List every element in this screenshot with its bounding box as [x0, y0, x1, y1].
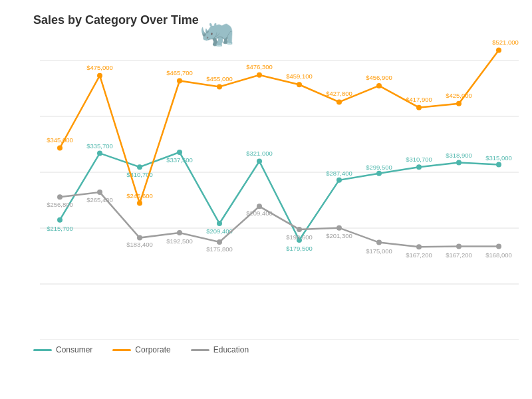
- svg-text:$455,000: $455,000: [206, 75, 233, 82]
- legend-item-consumer: Consumer: [33, 345, 92, 354]
- svg-point-49: [57, 146, 63, 151]
- svg-text:$287,400: $287,400: [326, 170, 352, 177]
- svg-point-33: [376, 171, 382, 176]
- svg-point-74: [97, 190, 102, 195]
- svg-point-73: [57, 194, 63, 200]
- svg-text:$417,900: $417,900: [406, 96, 432, 103]
- svg-point-53: [217, 84, 222, 90]
- svg-point-76: [177, 230, 182, 235]
- svg-point-30: [257, 159, 262, 164]
- svg-point-51: [137, 201, 142, 206]
- svg-point-80: [336, 225, 342, 231]
- svg-point-34: [416, 164, 422, 170]
- svg-point-77: [217, 239, 222, 245]
- corporate-legend-label: Corporate: [135, 345, 170, 354]
- chart-container: Sales by Category Over Time 🦏 $0K $100K …: [0, 0, 532, 399]
- svg-point-52: [177, 78, 182, 84]
- corporate-legend-line: [112, 349, 131, 351]
- svg-text:$315,000: $315,000: [485, 154, 512, 162]
- svg-text:$167,200: $167,200: [446, 251, 472, 259]
- svg-point-60: [496, 47, 501, 53]
- chart-title: Sales by Category Over Time: [33, 13, 519, 27]
- svg-text:$521,000: $521,000: [492, 39, 519, 46]
- svg-text:$175,800: $175,800: [206, 245, 233, 253]
- chart-svg: $0K $100K $200K $300K $400K $500K Jan Fe…: [40, 34, 519, 340]
- svg-point-26: [97, 150, 102, 156]
- svg-point-27: [137, 164, 142, 170]
- svg-point-55: [297, 82, 302, 87]
- consumer-legend-label: Consumer: [56, 345, 92, 354]
- svg-text:$335,700: $335,700: [86, 142, 113, 150]
- svg-text:$183,400: $183,400: [126, 241, 153, 248]
- svg-point-82: [416, 244, 422, 249]
- svg-point-35: [456, 160, 462, 165]
- svg-point-75: [137, 235, 142, 241]
- svg-point-59: [456, 101, 462, 106]
- svg-text:$318,900: $318,900: [446, 152, 472, 159]
- svg-text:$310,700: $310,700: [406, 156, 432, 163]
- svg-text:$337,500: $337,500: [166, 156, 193, 164]
- svg-point-81: [376, 240, 382, 245]
- svg-text:$475,000: $475,000: [86, 64, 113, 71]
- svg-point-79: [297, 227, 302, 232]
- svg-text:$465,700: $465,700: [166, 69, 193, 76]
- svg-point-25: [57, 217, 63, 223]
- svg-text:$201,300: $201,300: [326, 232, 352, 239]
- svg-text:$425,000: $425,000: [446, 92, 472, 99]
- svg-text:$256,800: $256,800: [47, 201, 73, 208]
- svg-text:$209,400: $209,400: [246, 209, 273, 217]
- svg-point-29: [217, 221, 222, 226]
- legend-item-corporate: Corporate: [112, 345, 170, 354]
- svg-text:$167,200: $167,200: [406, 251, 432, 259]
- svg-point-50: [97, 73, 102, 78]
- svg-text:$198,600: $198,600: [286, 233, 313, 241]
- svg-text:$321,000: $321,000: [246, 150, 273, 157]
- svg-point-56: [336, 99, 342, 104]
- svg-point-58: [416, 105, 422, 110]
- svg-point-36: [496, 162, 501, 168]
- chart-area: $0K $100K $200K $300K $400K $500K Jan Fe…: [40, 34, 519, 340]
- svg-text:$459,100: $459,100: [286, 72, 313, 80]
- svg-text:$215,700: $215,700: [47, 225, 73, 232]
- svg-point-57: [376, 83, 382, 88]
- legend-item-education: Education: [191, 345, 249, 354]
- svg-text:$175,000: $175,000: [366, 247, 392, 255]
- svg-text:$456,900: $456,900: [366, 74, 392, 81]
- svg-point-83: [456, 244, 462, 249]
- svg-text:$427,800: $427,800: [326, 90, 352, 97]
- svg-point-32: [336, 178, 342, 183]
- svg-text:$345,000: $345,000: [47, 136, 73, 144]
- svg-text:$179,500: $179,500: [286, 245, 313, 252]
- svg-text:$299,500: $299,500: [366, 164, 392, 171]
- svg-text:$245,600: $245,600: [126, 192, 153, 200]
- chart-legend: Consumer Corporate Education: [33, 345, 519, 354]
- svg-point-78: [257, 203, 262, 209]
- svg-text:$168,000: $168,000: [485, 251, 512, 259]
- svg-text:$476,300: $476,300: [246, 63, 273, 70]
- education-legend-label: Education: [213, 345, 249, 354]
- svg-text:$265,400: $265,400: [86, 196, 113, 203]
- svg-text:$192,500: $192,500: [166, 237, 193, 245]
- education-legend-line: [191, 349, 209, 351]
- svg-point-84: [496, 244, 501, 249]
- svg-point-54: [257, 72, 262, 78]
- consumer-legend-line: [33, 349, 52, 351]
- svg-point-28: [177, 150, 182, 155]
